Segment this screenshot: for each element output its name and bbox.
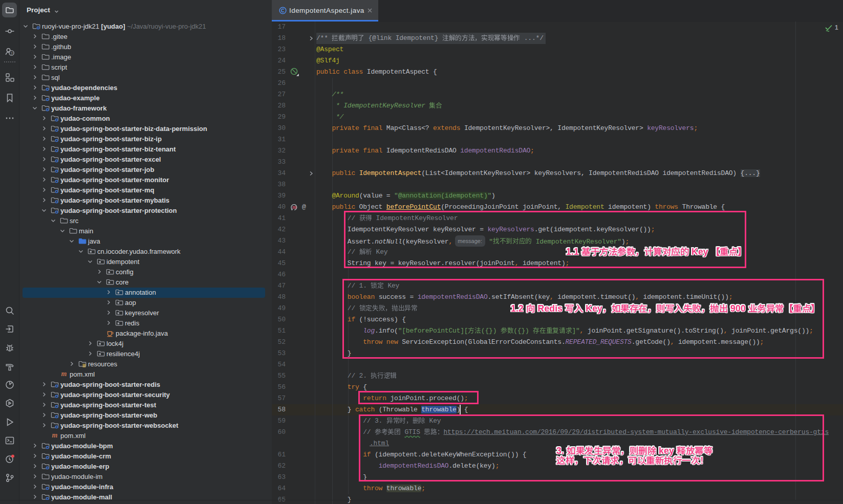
svg-text:m: m [292,205,296,210]
svg-text:?: ? [10,51,13,56]
